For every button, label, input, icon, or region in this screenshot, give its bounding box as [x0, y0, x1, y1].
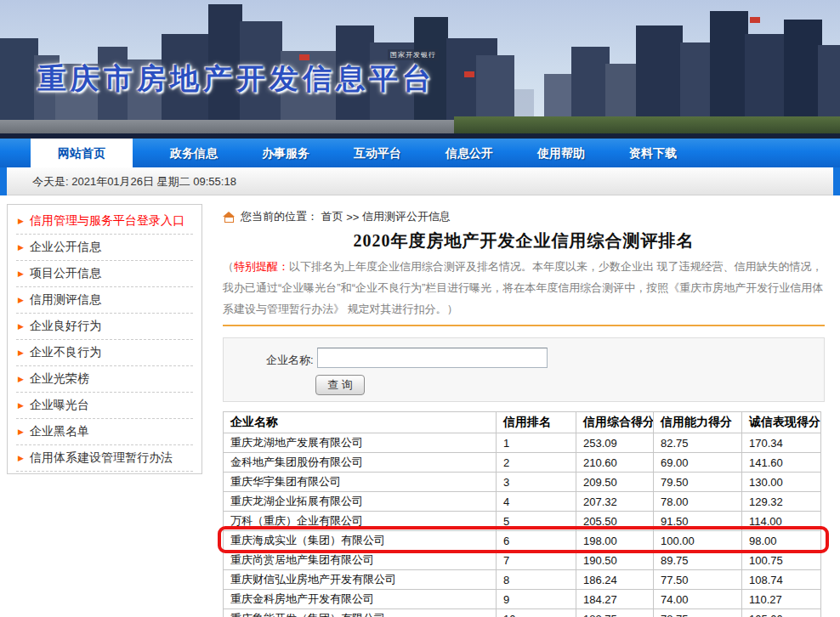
table-cell: 重庆金科房地产开发有限公司: [224, 590, 497, 609]
table-cell: 2: [497, 453, 576, 473]
table-cell: 98.00: [742, 531, 821, 551]
sidebar-item-label: 信用管理与服务平台登录入口: [30, 213, 184, 229]
breadcrumb-separator: >>: [346, 211, 359, 224]
table-cell: 91.50: [654, 512, 742, 531]
sidebar-item-2[interactable]: ▶项目公开信息: [16, 261, 193, 287]
breadcrumb: 您当前的位置： 首页 >> 信用测评公开信息: [223, 209, 825, 224]
nav-tab-3[interactable]: 互动平台: [332, 139, 423, 167]
arrow-bullet-icon: ▶: [18, 401, 24, 410]
banner-building: [745, 34, 787, 123]
table-cell: 253.09: [576, 433, 654, 453]
sidebar-item-4[interactable]: ▶企业良好行为: [16, 314, 193, 340]
sidebar-item-label: 企业光荣榜: [30, 371, 89, 387]
arrow-bullet-icon: ▶: [18, 296, 24, 304]
table-cell: 79.50: [654, 473, 742, 492]
table-cell: 重庆鲁能开发（集团）有限公司: [224, 609, 497, 617]
sidebar-item-label: 企业黑名单: [30, 424, 89, 439]
table-cell: 6: [497, 531, 576, 551]
nav-tab-1[interactable]: 政务信息: [148, 139, 240, 167]
notice-paragraph: （特别提醒：以下排名为上年度企业信用综合测评及排名情况。本年度以来，少数企业出 …: [223, 256, 825, 320]
table-cell: 5: [497, 512, 576, 531]
sidebar-item-label: 企业不良行为: [30, 345, 101, 360]
table-cell: 重庆尚赏居地产集团有限公司: [224, 551, 497, 570]
table-row: 万科（重庆）企业有限公司5205.5091.50114.00: [224, 512, 821, 531]
sidebar-item-6[interactable]: ▶企业光荣榜: [16, 366, 193, 393]
notice-body: 以下排名为上年度企业信用综合测评及排名情况。本年度以来，少数企业出 现了违规经营…: [223, 260, 823, 315]
table-cell: 105.00: [742, 609, 821, 617]
ranking-table: 企业名称信用排名信用综合得分信用能力得分诚信表现得分 重庆龙湖地产发展有限公司1…: [223, 411, 821, 617]
table-row: 重庆鲁能开发（集团）有限公司10183.7578.75105.00: [224, 609, 821, 617]
table-cell: 110.27: [742, 590, 821, 609]
banner-building: [784, 20, 822, 123]
table-cell: 82.75: [654, 433, 742, 453]
table-cell: 77.50: [654, 570, 742, 590]
company-name-input[interactable]: [317, 348, 548, 368]
table-cell: 130.00: [742, 473, 821, 492]
banner-building: [636, 25, 683, 123]
table-cell: 万科（重庆）企业有限公司: [224, 512, 497, 531]
page-title: 2020年度房地产开发企业信用综合测评排名: [223, 229, 825, 252]
sidebar-item-label: 信用测评信息: [30, 292, 101, 308]
table-cell: 205.50: [576, 512, 654, 531]
sidebar-item-label: 信用体系建设管理暂行办法: [30, 450, 173, 466]
site-title: 重庆市房地产开发信息平台: [37, 59, 435, 99]
sidebar-item-3[interactable]: ▶信用测评信息: [16, 287, 193, 314]
banner-building: [476, 55, 514, 123]
sidebar-item-9[interactable]: ▶信用体系建设管理暂行办法: [16, 445, 193, 472]
nav-tab-2[interactable]: 办事服务: [240, 139, 332, 167]
banner-building: [680, 42, 714, 123]
home-icon: [223, 212, 236, 223]
sidebar-item-5[interactable]: ▶企业不良行为: [16, 340, 193, 366]
table-cell: 184.27: [576, 590, 654, 609]
banner-building: [571, 47, 610, 123]
table-cell: 114.00: [742, 512, 821, 531]
table-cell: 207.32: [576, 492, 654, 512]
breadcrumb-home-link[interactable]: 首页: [321, 209, 343, 224]
table-cell: 7: [497, 551, 576, 570]
table-row: 重庆金科房地产开发有限公司9184.2774.00110.27: [224, 590, 821, 609]
table-cell: 10: [497, 609, 576, 617]
banner-building: [605, 64, 639, 123]
table-cell: 重庆龙湖企业拓展有限公司: [224, 492, 497, 512]
nav-tab-0[interactable]: 网站首页: [31, 139, 133, 167]
table-cell: 重庆海成实业（集团）有限公司: [224, 531, 497, 551]
arrow-bullet-icon: ▶: [18, 243, 24, 252]
banner-building: [0, 38, 38, 123]
nav-tab-5[interactable]: 使用帮助: [515, 139, 607, 167]
nav-tab-4[interactable]: 信息公开: [423, 139, 515, 167]
table-cell: 74.00: [654, 590, 742, 609]
breadcrumb-label: 您当前的位置：: [241, 209, 318, 224]
building-logo-mark: [464, 71, 474, 77]
table-cell: 3: [497, 473, 576, 492]
sidebar-item-1[interactable]: ▶企业公开信息: [16, 235, 193, 261]
notice-warning-label: 特别提醒：: [234, 260, 289, 273]
ranking-table-wrap: 企业名称信用排名信用综合得分信用能力得分诚信表现得分 重庆龙湖地产发展有限公司1…: [223, 411, 820, 617]
table-cell: 78.00: [654, 492, 742, 512]
nav-tab-6[interactable]: 资料下载: [607, 139, 699, 167]
sidebar-item-label: 企业曝光台: [30, 398, 89, 413]
building-logo-mark: [750, 17, 760, 23]
sidebar-item-8[interactable]: ▶企业黑名单: [16, 419, 193, 445]
arrow-bullet-icon: ▶: [18, 375, 24, 383]
table-cell: 69.00: [654, 453, 742, 473]
arrow-bullet-icon: ▶: [18, 322, 24, 331]
table-cell: 141.60: [742, 453, 821, 473]
sidebar-item-label: 企业良好行为: [30, 319, 101, 334]
table-row: 重庆尚赏居地产集团有限公司7190.5089.75100.75: [224, 551, 821, 570]
table-cell: 9: [497, 590, 576, 609]
search-panel: 企业名称: 查 询: [223, 337, 825, 402]
search-button[interactable]: 查 询: [315, 375, 365, 395]
current-date-text: 今天是: 2021年01月26日 星期二 09:55:18: [7, 167, 833, 195]
main-navigation: 网站首页政务信息办事服务互动平台信息公开使用帮助资料下载: [0, 139, 840, 167]
company-name-label: 企业名称:: [266, 350, 314, 371]
table-cell: 100.75: [742, 551, 821, 570]
sidebar-item-0[interactable]: ▶信用管理与服务平台登录入口: [16, 208, 193, 235]
table-cell: 186.24: [576, 570, 654, 590]
table-header-row: 企业名称信用排名信用综合得分信用能力得分诚信表现得分: [224, 412, 821, 433]
table-cell: 金科地产集团股份有限公司: [224, 453, 497, 473]
table-row: 金科地产集团股份有限公司2210.6069.00141.60: [224, 453, 821, 473]
sidebar-item-7[interactable]: ▶企业曝光台: [16, 393, 193, 419]
table-cell: 209.50: [576, 473, 654, 492]
table-cell: 129.32: [742, 492, 821, 512]
table-cell: 重庆财信弘业房地产开发有限公司: [224, 570, 497, 590]
